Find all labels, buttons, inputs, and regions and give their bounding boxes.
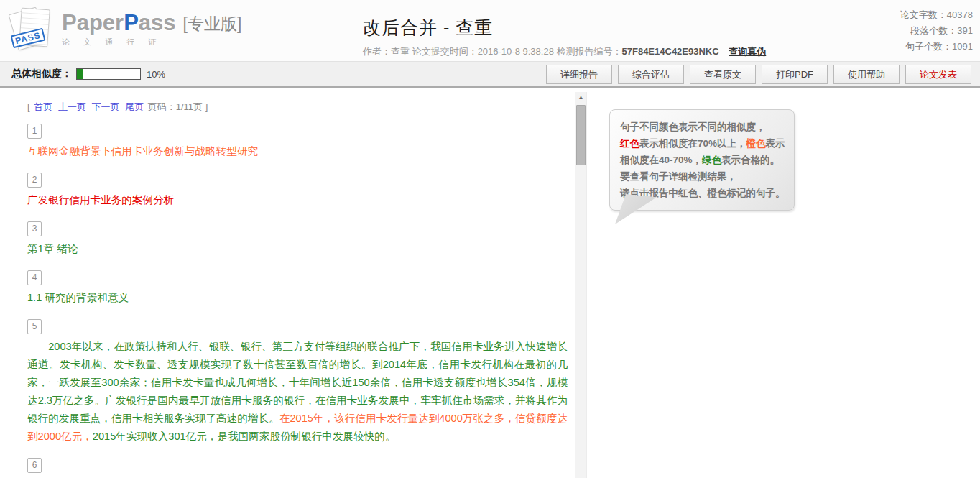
- report-no-value: 57F84E14C42E93NKC: [622, 46, 719, 57]
- legend-text-segment: 表示合格的。: [721, 155, 780, 165]
- paragraph-block: 2广发银行信用卡业务的案例分析: [27, 173, 568, 209]
- sentence-segment-orange[interactable]: 互联网金融背景下信用卡业务创新与战略转型研究: [27, 145, 258, 157]
- sentence-count-row: 句子个数：1091: [900, 39, 973, 55]
- overall-evaluation-button[interactable]: 综合评估: [618, 65, 684, 84]
- paragraph-block: 41.1 研究的背景和意义: [27, 270, 568, 307]
- brand-wordmark: PaperPass: [62, 12, 176, 34]
- pagination-prev-link[interactable]: 上一页: [58, 101, 86, 112]
- paragraph-block: 6随着我国经济的发展，经济发展速度正逐渐趋缓，发展方式也在发生变化，逐渐由单纯依…: [27, 458, 568, 478]
- paragraph-number: 2: [27, 173, 42, 188]
- detailed-report-button[interactable]: 详细报告: [546, 65, 612, 84]
- paragraph-text: 第1章 绪论: [27, 240, 568, 258]
- legend-term-red: 红色: [620, 138, 639, 149]
- paragraph-number: 5: [27, 319, 42, 334]
- paragraph-text: 广发银行信用卡业务的案例分析: [27, 191, 568, 209]
- toolbar-buttons: 详细报告 综合评估 查看原文 打印PDF 使用帮助 论文发表: [540, 65, 971, 84]
- paragraph-text: 1.1 研究的背景和意义: [27, 289, 568, 307]
- legend-text-segment: 句子不同颜色表示不同的相似度，: [620, 121, 766, 132]
- legend-text-segment: 表示相似度在70%以上，: [639, 138, 746, 149]
- pagination-first-link[interactable]: 首页: [34, 101, 52, 112]
- pagination-next-link[interactable]: 下一页: [92, 101, 120, 112]
- scrollbar-thumb[interactable]: [576, 105, 586, 165]
- similarity-progress-fill: [77, 69, 83, 79]
- paragraph-number: 3: [27, 221, 42, 236]
- sentence-segment-green: 第1章 绪论: [27, 243, 78, 254]
- legend-line: 要查看句子详细检测结果，: [620, 168, 784, 185]
- main-area: [ 首页 上一页 下一页 尾页 页码：1/11页 ] 1互联网金融背景下信用卡业…: [0, 88, 980, 478]
- sentence-segment-red[interactable]: 广发银行信用卡业务的案例分析: [27, 194, 174, 206]
- paperpass-report-page: PASS PaperPass [专业版] 论 文 通 行 证 改后合并 - 查重…: [0, 0, 980, 478]
- header: PASS PaperPass [专业版] 论 文 通 行 证 改后合并 - 查重…: [0, 0, 980, 62]
- similarity-label: 总体相似度：: [11, 68, 72, 81]
- verify-authenticity-link[interactable]: 查询真伪: [729, 46, 766, 57]
- report-title-block: 改后合并 - 查重 作者：查重 论文提交时间：2016-10-8 9:38:28…: [363, 16, 766, 58]
- paragraph-number: 6: [27, 458, 42, 473]
- legend-line: 相似度在40-70%，绿色表示合格的。: [620, 152, 784, 168]
- paragraph-count-row: 段落个数：391: [900, 23, 973, 39]
- help-button[interactable]: 使用帮助: [833, 65, 900, 84]
- brand-tagline: 论 文 通 行 证: [62, 37, 241, 47]
- print-pdf-button[interactable]: 打印PDF: [762, 65, 828, 84]
- view-original-button[interactable]: 查看原文: [690, 65, 756, 84]
- author-label: 作者：: [363, 46, 391, 57]
- author-value: 查重: [391, 46, 412, 57]
- paragraph-block: 52003年以来，在政策扶持和人行、银联、银行、第三方支付等组织的联合推广下，我…: [27, 319, 568, 446]
- legend-line: 红色表示相似度在70%以上，橙色表示: [620, 135, 784, 152]
- similarity-value: 10%: [147, 69, 165, 80]
- edition-label: [专业版]: [183, 16, 242, 34]
- paragraph-number: 1: [27, 124, 42, 139]
- sentence-segment-green: 1.1 研究的背景和意义: [27, 292, 129, 303]
- sentence-segment-green: 2015年实现收入301亿元，是我国两家股份制银行中发展较快的。: [93, 431, 396, 442]
- report-no-label: 检测报告编号：: [557, 46, 622, 57]
- legend-text-segment: 相似度在40-70%，: [620, 155, 702, 165]
- word-count-row: 论文字数：40378: [900, 7, 973, 23]
- paragraph-number: 4: [27, 270, 42, 285]
- legend-term-orange: 橙色: [746, 138, 766, 149]
- report-title: 改后合并 - 查重: [363, 16, 766, 40]
- pagination-last-link[interactable]: 尾页: [125, 101, 144, 112]
- paragraph-text: 2003年以来，在政策扶持和人行、银联、银行、第三方支付等组织的联合推广下，我国…: [27, 338, 568, 446]
- publish-paper-button[interactable]: 论文发表: [905, 65, 971, 84]
- paragraph-block: 1互联网金融背景下信用卡业务创新与战略转型研究: [27, 124, 568, 160]
- page-info: 页码：1/11页: [148, 101, 203, 112]
- paragraph-block: 3第1章 绪论: [27, 221, 568, 258]
- pagination: [ 首页 上一页 下一页 尾页 页码：1/11页 ]: [27, 101, 568, 114]
- toolbar: 总体相似度： 10% 详细报告 综合评估 查看原文 打印PDF 使用帮助 论文发…: [0, 62, 980, 88]
- document-stats: 论文字数：40378 段落个数：391 句子个数：1091: [900, 7, 973, 55]
- vertical-scrollbar[interactable]: ▲: [575, 92, 587, 478]
- legend-line: 句子不同颜色表示不同的相似度，: [620, 119, 784, 135]
- scrollbar-up-arrow-icon[interactable]: ▲: [575, 92, 586, 104]
- paragraph-text: 互联网金融背景下信用卡业务创新与战略转型研究: [27, 142, 568, 160]
- report-meta: 作者：查重 论文提交时间：2016-10-8 9:38:28 检测报告编号：57…: [363, 45, 766, 58]
- paragraph-list: 1互联网金融背景下信用卡业务创新与战略转型研究2广发银行信用卡业务的案例分析3第…: [27, 124, 568, 478]
- legend-text-segment: 表示: [766, 138, 785, 149]
- sentence-segment-green: 2003年以来，在政策扶持和人行、银联、银行、第三方支付等组织的联合推广下，我国…: [27, 341, 568, 424]
- submit-time-value: 2016-10-8 9:38:28: [478, 46, 557, 57]
- report-content-pane: [ 首页 上一页 下一页 尾页 页码：1/11页 ] 1互联网金融背景下信用卡业…: [0, 88, 575, 478]
- similarity-progress-bar: [76, 68, 141, 80]
- legend-text: 句子不同颜色表示不同的相似度，红色表示相似度在70%以上，橙色表示相似度在40-…: [620, 119, 784, 201]
- paperpass-logo[interactable]: PASS PaperPass [专业版] 论 文 通 行 证: [10, 6, 241, 53]
- submit-time-label: 论文提交时间：: [412, 46, 478, 57]
- legend-term-green: 绿色: [702, 155, 721, 165]
- paper-stack-icon: PASS: [10, 6, 52, 53]
- legend-text-segment: 要查看句子详细检测结果，: [620, 171, 736, 182]
